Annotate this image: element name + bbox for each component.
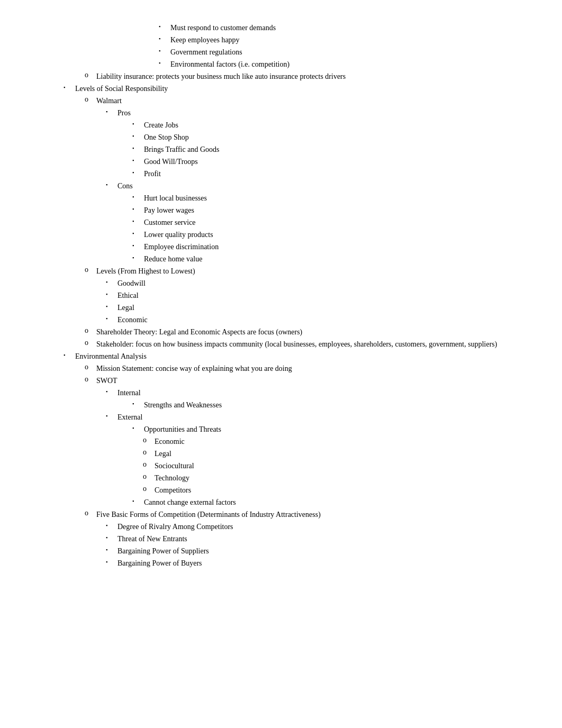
list-item-text: Stakeholder: focus on how business impac…: [96, 339, 530, 350]
o-icon: o: [143, 460, 155, 469]
bullet-icon: ▪: [106, 290, 117, 297]
list-item-text: Opportunities and Threats: [144, 424, 530, 435]
list-item-text: Reduce home value: [144, 253, 530, 265]
list-item: ▪ Opportunities and Threats: [64, 424, 530, 435]
list-item-text: Legal: [117, 302, 530, 313]
list-item-text: Bargaining Power of Suppliers: [117, 545, 530, 557]
list-item-text: Strengths and Weaknesses: [144, 399, 530, 411]
list-item: ▪ Keep employees happy: [64, 34, 530, 46]
list-item: ▪ Good Will/Troops: [64, 156, 530, 167]
list-item-text: Pros: [117, 107, 530, 119]
list-item-text: Brings Traffic and Goods: [144, 144, 530, 155]
bullet-icon: ▪: [106, 278, 117, 285]
bullet-icon: ▪: [132, 132, 144, 139]
list-item: ▪ Bargaining Power of Suppliers: [64, 545, 530, 557]
list-item-text: Internal: [117, 387, 530, 398]
list-item: ▪ Cons: [64, 180, 530, 192]
list-item-text: Create Jobs: [144, 120, 530, 131]
list-item-text: SWOT: [96, 375, 530, 386]
list-item-text: Lower quality products: [144, 229, 530, 240]
bullet-icon: ▪: [132, 497, 144, 504]
list-item-text: Cons: [117, 180, 530, 192]
bullet-icon: ▪: [132, 241, 144, 248]
list-item: o Competitors: [64, 485, 530, 496]
list-item: ▪ Economic: [64, 314, 530, 325]
list-item-text: Goodwill: [117, 278, 530, 289]
list-item-text: Bargaining Power of Buyers: [117, 558, 530, 569]
list-item: ▪ Environmental factors (i.e. competitio…: [64, 59, 530, 70]
list-item-text: Walmart: [96, 95, 530, 106]
list-item-text: Good Will/Troops: [144, 156, 530, 167]
list-item: o Economic: [64, 436, 530, 447]
bullet-icon: ▪: [132, 120, 144, 126]
list-item: ▪ Lower quality products: [64, 229, 530, 240]
list-item: ▪ Employee discrimination: [64, 241, 530, 252]
list-item: ▪ Ethical: [64, 290, 530, 301]
list-item: ▪ Customer service: [64, 217, 530, 228]
document: ▪ Must respond to customer demands ▪ Kee…: [64, 22, 530, 569]
bullet-icon: ▪: [106, 521, 117, 528]
list-item: o Walmart: [64, 95, 530, 106]
list-item: o Levels (From Highest to Lowest): [64, 266, 530, 277]
o-icon: o: [143, 448, 155, 457]
list-item-text: Customer service: [144, 217, 530, 228]
list-item: ▪ Government regulations: [64, 47, 530, 58]
list-item-text: One Stop Shop: [144, 132, 530, 143]
list-item-text: Must respond to customer demands: [170, 22, 530, 33]
list-item: ▪ Create Jobs: [64, 120, 530, 131]
bullet-icon: ▪: [132, 217, 144, 224]
bullet-icon: ▪: [132, 424, 144, 431]
o-icon: o: [85, 363, 96, 371]
list-item: ▪ Brings Traffic and Goods: [64, 144, 530, 155]
list-item-text: Profit: [144, 168, 530, 179]
o-icon: o: [85, 71, 96, 79]
list-item: ▪ Hurt local businesses: [64, 193, 530, 204]
list-item: ▪ Pros: [64, 107, 530, 119]
list-item-text: Five Basic Forms of Competition (Determi…: [96, 509, 530, 520]
bullet-icon: ▪: [132, 156, 144, 163]
bullet-icon: ▪: [106, 545, 117, 552]
list-item: ▪ External: [64, 412, 530, 423]
bullet-icon: ▪: [132, 205, 144, 212]
o-icon: o: [85, 266, 96, 274]
list-item: ▪ Profit: [64, 168, 530, 179]
list-item: o Mission Statement: concise way of expl…: [64, 363, 530, 374]
list-item-text: Degree of Rivalry Among Competitors: [117, 521, 530, 532]
list-item: o Stakeholder: focus on how business imp…: [64, 339, 530, 350]
list-item-text: Environmental Analysis: [75, 351, 530, 362]
bullet-icon: ▪: [132, 144, 144, 151]
bullet-icon: ▪: [106, 387, 117, 394]
bullet-icon: ▪: [132, 193, 144, 199]
bullet-icon: ▪: [106, 302, 117, 309]
o-icon: o: [85, 326, 96, 335]
list-item-text: Mission Statement: concise way of explai…: [96, 363, 530, 374]
list-item: o Shareholder Theory: Legal and Economic…: [64, 326, 530, 338]
o-icon: o: [85, 95, 96, 104]
list-item-text: Levels of Social Responsibility: [75, 83, 530, 94]
list-item: ▪ Environmental Analysis: [64, 351, 530, 362]
o-icon: o: [143, 472, 155, 481]
list-item-text: Keep employees happy: [170, 34, 530, 46]
bullet-icon: ▪: [132, 168, 144, 175]
list-item: ▪ Legal: [64, 302, 530, 313]
list-item-text: Levels (From Highest to Lowest): [96, 266, 530, 277]
list-item: o Technology: [64, 472, 530, 484]
bullet-icon: ▪: [64, 83, 75, 90]
bullet-icon: ▪: [159, 22, 170, 29]
bullet-icon: ▪: [132, 399, 144, 406]
bullet-icon: ▪: [106, 558, 117, 565]
list-item-text: Cannot change external factors: [144, 497, 530, 508]
bullet-icon: ▪: [159, 47, 170, 53]
list-item-text: Pay lower wages: [144, 205, 530, 216]
bullet-icon: ▪: [106, 412, 117, 418]
list-item: ▪ Levels of Social Responsibility: [64, 83, 530, 94]
list-item-text: Competitors: [155, 485, 530, 496]
list-item-text: Legal: [155, 448, 530, 459]
list-item-text: Liability insurance: protects your busin…: [96, 71, 530, 82]
list-item-text: Shareholder Theory: Legal and Economic A…: [96, 326, 530, 338]
list-item: ▪ Threat of New Entrants: [64, 533, 530, 544]
list-item: ▪ Internal: [64, 387, 530, 398]
list-item: ▪ Cannot change external factors: [64, 497, 530, 508]
bullet-icon: ▪: [159, 59, 170, 66]
list-item: ▪ Strengths and Weaknesses: [64, 399, 530, 411]
